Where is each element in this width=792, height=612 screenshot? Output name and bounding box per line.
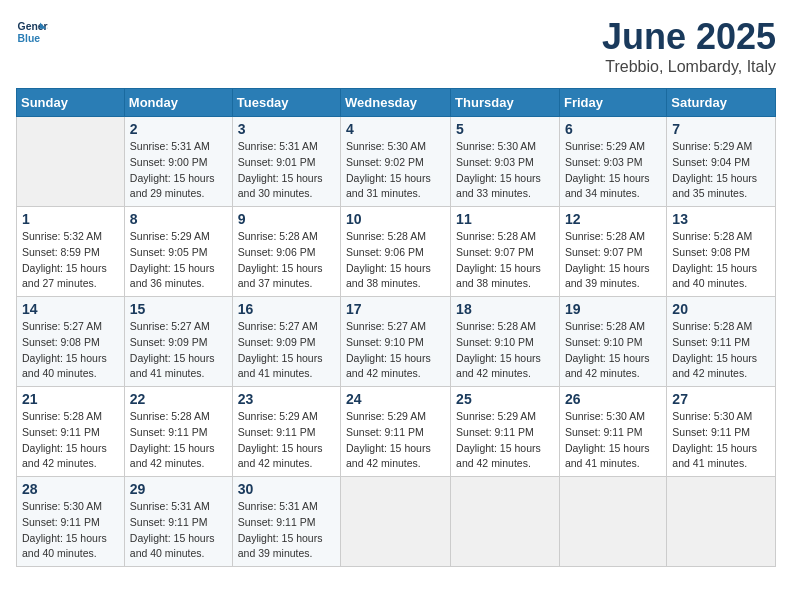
day-number: 26 xyxy=(565,391,661,407)
calendar-cell: 26 Sunrise: 5:30 AM Sunset: 9:11 PM Dayl… xyxy=(559,387,666,477)
page-header: General Blue June 2025 Trebbio, Lombardy… xyxy=(16,16,776,76)
calendar-cell: 22 Sunrise: 5:28 AM Sunset: 9:11 PM Dayl… xyxy=(124,387,232,477)
calendar-week-row: 21 Sunrise: 5:28 AM Sunset: 9:11 PM Dayl… xyxy=(17,387,776,477)
calendar-cell xyxy=(559,477,666,567)
day-number: 15 xyxy=(130,301,227,317)
day-number: 19 xyxy=(565,301,661,317)
day-number: 11 xyxy=(456,211,554,227)
calendar-cell: 29 Sunrise: 5:31 AM Sunset: 9:11 PM Dayl… xyxy=(124,477,232,567)
day-number: 13 xyxy=(672,211,770,227)
calendar-cell: 10 Sunrise: 5:28 AM Sunset: 9:06 PM Dayl… xyxy=(341,207,451,297)
calendar-cell: 6 Sunrise: 5:29 AM Sunset: 9:03 PM Dayli… xyxy=(559,117,666,207)
day-number: 9 xyxy=(238,211,335,227)
day-detail: Sunrise: 5:27 AM Sunset: 9:08 PM Dayligh… xyxy=(22,319,119,382)
day-detail: Sunrise: 5:28 AM Sunset: 9:10 PM Dayligh… xyxy=(565,319,661,382)
calendar-cell: 28 Sunrise: 5:30 AM Sunset: 9:11 PM Dayl… xyxy=(17,477,125,567)
calendar-cell: 20 Sunrise: 5:28 AM Sunset: 9:11 PM Dayl… xyxy=(667,297,776,387)
day-number: 12 xyxy=(565,211,661,227)
calendar-cell: 2 Sunrise: 5:31 AM Sunset: 9:00 PM Dayli… xyxy=(124,117,232,207)
day-number: 8 xyxy=(130,211,227,227)
day-detail: Sunrise: 5:31 AM Sunset: 9:11 PM Dayligh… xyxy=(238,499,335,562)
day-detail: Sunrise: 5:28 AM Sunset: 9:06 PM Dayligh… xyxy=(346,229,445,292)
day-detail: Sunrise: 5:30 AM Sunset: 9:02 PM Dayligh… xyxy=(346,139,445,202)
day-detail: Sunrise: 5:28 AM Sunset: 9:10 PM Dayligh… xyxy=(456,319,554,382)
calendar-cell xyxy=(17,117,125,207)
day-detail: Sunrise: 5:28 AM Sunset: 9:11 PM Dayligh… xyxy=(672,319,770,382)
calendar-cell: 4 Sunrise: 5:30 AM Sunset: 9:02 PM Dayli… xyxy=(341,117,451,207)
calendar-cell: 15 Sunrise: 5:27 AM Sunset: 9:09 PM Dayl… xyxy=(124,297,232,387)
calendar-cell: 21 Sunrise: 5:28 AM Sunset: 9:11 PM Dayl… xyxy=(17,387,125,477)
day-number: 20 xyxy=(672,301,770,317)
day-detail: Sunrise: 5:31 AM Sunset: 9:01 PM Dayligh… xyxy=(238,139,335,202)
header-sunday: Sunday xyxy=(17,89,125,117)
header-saturday: Saturday xyxy=(667,89,776,117)
day-number: 1 xyxy=(22,211,119,227)
day-number: 25 xyxy=(456,391,554,407)
calendar-week-row: 28 Sunrise: 5:30 AM Sunset: 9:11 PM Dayl… xyxy=(17,477,776,567)
day-detail: Sunrise: 5:30 AM Sunset: 9:11 PM Dayligh… xyxy=(672,409,770,472)
day-detail: Sunrise: 5:29 AM Sunset: 9:03 PM Dayligh… xyxy=(565,139,661,202)
day-detail: Sunrise: 5:29 AM Sunset: 9:11 PM Dayligh… xyxy=(456,409,554,472)
day-detail: Sunrise: 5:28 AM Sunset: 9:07 PM Dayligh… xyxy=(456,229,554,292)
day-number: 4 xyxy=(346,121,445,137)
header-monday: Monday xyxy=(124,89,232,117)
day-detail: Sunrise: 5:28 AM Sunset: 9:08 PM Dayligh… xyxy=(672,229,770,292)
day-number: 27 xyxy=(672,391,770,407)
day-number: 28 xyxy=(22,481,119,497)
header-thursday: Thursday xyxy=(451,89,560,117)
day-detail: Sunrise: 5:28 AM Sunset: 9:11 PM Dayligh… xyxy=(130,409,227,472)
day-number: 5 xyxy=(456,121,554,137)
calendar-cell: 3 Sunrise: 5:31 AM Sunset: 9:01 PM Dayli… xyxy=(232,117,340,207)
day-detail: Sunrise: 5:29 AM Sunset: 9:11 PM Dayligh… xyxy=(346,409,445,472)
calendar-title: June 2025 xyxy=(602,16,776,58)
calendar-week-row: 1 Sunrise: 5:32 AM Sunset: 8:59 PM Dayli… xyxy=(17,207,776,297)
calendar-cell: 18 Sunrise: 5:28 AM Sunset: 9:10 PM Dayl… xyxy=(451,297,560,387)
day-number: 16 xyxy=(238,301,335,317)
calendar-cell: 27 Sunrise: 5:30 AM Sunset: 9:11 PM Dayl… xyxy=(667,387,776,477)
calendar-cell: 24 Sunrise: 5:29 AM Sunset: 9:11 PM Dayl… xyxy=(341,387,451,477)
calendar-cell: 25 Sunrise: 5:29 AM Sunset: 9:11 PM Dayl… xyxy=(451,387,560,477)
calendar-cell: 8 Sunrise: 5:29 AM Sunset: 9:05 PM Dayli… xyxy=(124,207,232,297)
day-number: 7 xyxy=(672,121,770,137)
calendar-cell: 30 Sunrise: 5:31 AM Sunset: 9:11 PM Dayl… xyxy=(232,477,340,567)
header-wednesday: Wednesday xyxy=(341,89,451,117)
svg-text:Blue: Blue xyxy=(18,33,41,44)
calendar-cell: 16 Sunrise: 5:27 AM Sunset: 9:09 PM Dayl… xyxy=(232,297,340,387)
day-number: 17 xyxy=(346,301,445,317)
day-detail: Sunrise: 5:28 AM Sunset: 9:06 PM Dayligh… xyxy=(238,229,335,292)
day-number: 30 xyxy=(238,481,335,497)
day-detail: Sunrise: 5:29 AM Sunset: 9:05 PM Dayligh… xyxy=(130,229,227,292)
day-detail: Sunrise: 5:31 AM Sunset: 9:00 PM Dayligh… xyxy=(130,139,227,202)
day-number: 18 xyxy=(456,301,554,317)
day-detail: Sunrise: 5:27 AM Sunset: 9:09 PM Dayligh… xyxy=(238,319,335,382)
day-number: 6 xyxy=(565,121,661,137)
calendar-cell: 17 Sunrise: 5:27 AM Sunset: 9:10 PM Dayl… xyxy=(341,297,451,387)
calendar-cell: 1 Sunrise: 5:32 AM Sunset: 8:59 PM Dayli… xyxy=(17,207,125,297)
calendar-cell: 13 Sunrise: 5:28 AM Sunset: 9:08 PM Dayl… xyxy=(667,207,776,297)
calendar-cell: 12 Sunrise: 5:28 AM Sunset: 9:07 PM Dayl… xyxy=(559,207,666,297)
calendar-week-row: 2 Sunrise: 5:31 AM Sunset: 9:00 PM Dayli… xyxy=(17,117,776,207)
weekday-header-row: Sunday Monday Tuesday Wednesday Thursday… xyxy=(17,89,776,117)
calendar-subtitle: Trebbio, Lombardy, Italy xyxy=(602,58,776,76)
day-number: 21 xyxy=(22,391,119,407)
day-number: 10 xyxy=(346,211,445,227)
logo-icon: General Blue xyxy=(16,16,48,48)
calendar-cell: 5 Sunrise: 5:30 AM Sunset: 9:03 PM Dayli… xyxy=(451,117,560,207)
day-number: 14 xyxy=(22,301,119,317)
day-detail: Sunrise: 5:31 AM Sunset: 9:11 PM Dayligh… xyxy=(130,499,227,562)
calendar-cell: 23 Sunrise: 5:29 AM Sunset: 9:11 PM Dayl… xyxy=(232,387,340,477)
day-detail: Sunrise: 5:28 AM Sunset: 9:07 PM Dayligh… xyxy=(565,229,661,292)
calendar-cell: 11 Sunrise: 5:28 AM Sunset: 9:07 PM Dayl… xyxy=(451,207,560,297)
day-detail: Sunrise: 5:32 AM Sunset: 8:59 PM Dayligh… xyxy=(22,229,119,292)
calendar-cell: 14 Sunrise: 5:27 AM Sunset: 9:08 PM Dayl… xyxy=(17,297,125,387)
day-number: 2 xyxy=(130,121,227,137)
day-detail: Sunrise: 5:30 AM Sunset: 9:11 PM Dayligh… xyxy=(22,499,119,562)
header-tuesday: Tuesday xyxy=(232,89,340,117)
logo: General Blue xyxy=(16,16,48,48)
day-number: 23 xyxy=(238,391,335,407)
day-detail: Sunrise: 5:27 AM Sunset: 9:10 PM Dayligh… xyxy=(346,319,445,382)
day-detail: Sunrise: 5:27 AM Sunset: 9:09 PM Dayligh… xyxy=(130,319,227,382)
calendar-cell: 9 Sunrise: 5:28 AM Sunset: 9:06 PM Dayli… xyxy=(232,207,340,297)
calendar-cell xyxy=(451,477,560,567)
day-number: 24 xyxy=(346,391,445,407)
